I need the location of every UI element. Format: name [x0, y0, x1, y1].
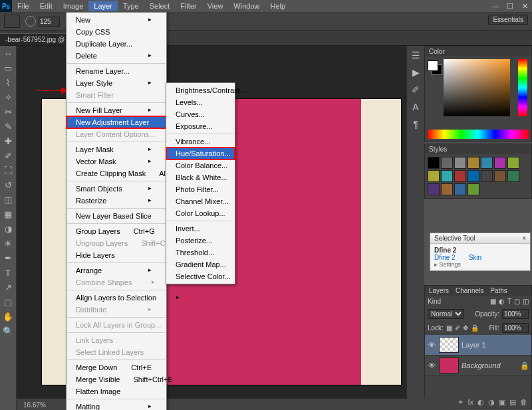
menu-item[interactable]: Matting: [66, 401, 166, 410]
menu-filter[interactable]: Filter: [175, 1, 201, 11]
menu-item[interactable]: Merge VisibleShift+Ctrl+E: [66, 373, 166, 385]
layer-name[interactable]: Background: [462, 361, 501, 369]
history-brush-icon[interactable]: ↺: [0, 177, 16, 192]
menu-item[interactable]: Merge DownCtrl+E: [66, 361, 166, 373]
filter-shape-icon[interactable]: ▢: [514, 298, 520, 305]
brushes-icon[interactable]: ✐: [412, 84, 420, 95]
menu-item[interactable]: Exposure...: [166, 120, 235, 132]
style-swatch[interactable]: [481, 170, 493, 182]
style-swatch[interactable]: [454, 157, 466, 169]
gradient-tool-icon[interactable]: ▦: [0, 207, 16, 221]
fg-bg-swatch[interactable]: [428, 60, 441, 74]
menu-item[interactable]: Color Lookup...: [166, 207, 235, 219]
adj-icon[interactable]: ◑: [488, 398, 495, 407]
style-swatch[interactable]: [494, 170, 506, 182]
type-tool-icon[interactable]: T: [0, 265, 16, 280]
heal-tool-icon[interactable]: ✚: [0, 134, 16, 148]
menu-item[interactable]: Hue/Saturation...: [166, 148, 235, 159]
menu-item[interactable]: Vibrance...: [166, 136, 235, 148]
para-icon[interactable]: ¶: [413, 119, 418, 130]
menu-item[interactable]: Posterize...: [166, 235, 235, 247]
menu-view[interactable]: View: [202, 1, 229, 11]
mask-icon[interactable]: ◐: [477, 398, 484, 407]
menu-item[interactable]: Photo Filter...: [166, 183, 235, 195]
menu-window[interactable]: Window: [228, 1, 265, 11]
group-icon[interactable]: ▣: [499, 398, 505, 407]
visibility-icon[interactable]: 👁: [427, 361, 436, 369]
style-swatch[interactable]: [467, 157, 479, 169]
menu-item[interactable]: Color Balance...: [166, 159, 235, 171]
layer-opacity-input[interactable]: [502, 309, 529, 319]
menu-item[interactable]: Delete: [66, 50, 166, 62]
seltool-link1[interactable]: Dfine 2: [434, 254, 456, 261]
menu-item[interactable]: Threshold...: [166, 247, 235, 258]
menu-item[interactable]: New Fill Layer: [66, 104, 166, 116]
brush-tool-icon[interactable]: ✐: [0, 148, 16, 163]
zoom-tool-icon[interactable]: 🔍: [0, 324, 16, 338]
menu-item[interactable]: Smart Objects: [66, 183, 166, 195]
selective-close-icon[interactable]: ×: [522, 235, 526, 242]
lock-pixel-icon[interactable]: ✐: [455, 324, 460, 332]
crop-tool-icon[interactable]: ✂: [0, 104, 16, 119]
path-tool-icon[interactable]: ↗: [0, 280, 16, 294]
color-picker[interactable]: [444, 59, 510, 116]
menu-item[interactable]: Gradient Map...: [166, 258, 235, 270]
style-swatch[interactable]: [441, 170, 453, 182]
visibility-icon[interactable]: 👁: [427, 341, 436, 349]
stamp-tool-icon[interactable]: ⛶: [0, 163, 16, 177]
move-tool-icon[interactable]: ↔: [0, 46, 16, 60]
marquee-tool-icon[interactable]: ▭: [0, 60, 16, 75]
actions-icon[interactable]: ▶: [412, 67, 420, 78]
lock-pos-icon[interactable]: ✥: [463, 324, 468, 332]
eyedropper-tool-icon[interactable]: ✎: [0, 119, 16, 134]
blur-tool-icon[interactable]: ◑: [0, 221, 16, 236]
layer-fill-input[interactable]: [502, 323, 529, 333]
menu-item[interactable]: Arrange: [66, 264, 166, 276]
menu-item[interactable]: Copy CSS: [66, 26, 166, 38]
filter-type-icon[interactable]: T: [507, 298, 511, 305]
menu-item[interactable]: Duplicate Layer...: [66, 38, 166, 50]
menu-item[interactable]: Rasterize: [66, 195, 166, 207]
style-swatch[interactable]: [481, 157, 493, 169]
menu-item[interactable]: New: [66, 14, 166, 26]
style-swatch[interactable]: [454, 183, 466, 195]
layer-row[interactable]: 👁 Background 🔒: [425, 356, 531, 376]
wand-tool-icon[interactable]: ✧: [0, 90, 16, 104]
menu-item[interactable]: Rename Layer...: [66, 65, 166, 77]
style-swatch[interactable]: [428, 157, 440, 169]
filter-smart-icon[interactable]: ◫: [523, 298, 529, 305]
menu-item[interactable]: Curves...: [166, 108, 235, 120]
hand-tool-icon[interactable]: ✋: [0, 309, 16, 324]
layers-tab[interactable]: Layers: [429, 287, 449, 294]
style-swatch[interactable]: [507, 157, 519, 169]
seltool-link2[interactable]: Skin: [469, 254, 481, 261]
color-panel-tab[interactable]: Color: [429, 48, 445, 55]
menu-item[interactable]: Selective Color...: [166, 270, 235, 282]
style-swatch[interactable]: [428, 183, 440, 195]
fx-icon[interactable]: fx: [467, 398, 473, 407]
shape-tool-icon[interactable]: ▢: [0, 294, 16, 309]
layer-row[interactable]: 👁 Layer 1: [425, 335, 531, 356]
link-icon[interactable]: ⚭: [458, 398, 464, 407]
paths-tab[interactable]: Paths: [490, 287, 507, 294]
lock-transp-icon[interactable]: ▦: [446, 324, 452, 332]
menu-item[interactable]: Create Clipping MaskAlt+Ctrl+G: [66, 167, 166, 179]
style-swatch[interactable]: [454, 170, 466, 182]
style-swatch[interactable]: [441, 157, 453, 169]
menu-item[interactable]: Layer Mask: [66, 144, 166, 155]
workspace-switcher[interactable]: Essentials: [488, 15, 528, 25]
style-swatch[interactable]: [441, 183, 453, 195]
brush-size-input[interactable]: [39, 17, 60, 27]
menu-item[interactable]: Invert...: [166, 223, 235, 235]
style-swatch[interactable]: [467, 170, 479, 182]
color-ramp[interactable]: [428, 130, 529, 139]
menu-item[interactable]: Hide Layers: [66, 249, 166, 261]
menu-item[interactable]: Levels...: [166, 96, 235, 108]
tool-preset[interactable]: [4, 15, 20, 28]
char-icon[interactable]: A: [412, 102, 418, 112]
filter-pixel-icon[interactable]: ▦: [490, 298, 496, 305]
seltool-settings[interactable]: Settings: [440, 261, 462, 268]
lock-all-icon[interactable]: 🔒: [471, 324, 479, 332]
menu-item[interactable]: Align Layers to Selection: [66, 292, 166, 304]
maximize-icon[interactable]: ☐: [503, 1, 517, 11]
